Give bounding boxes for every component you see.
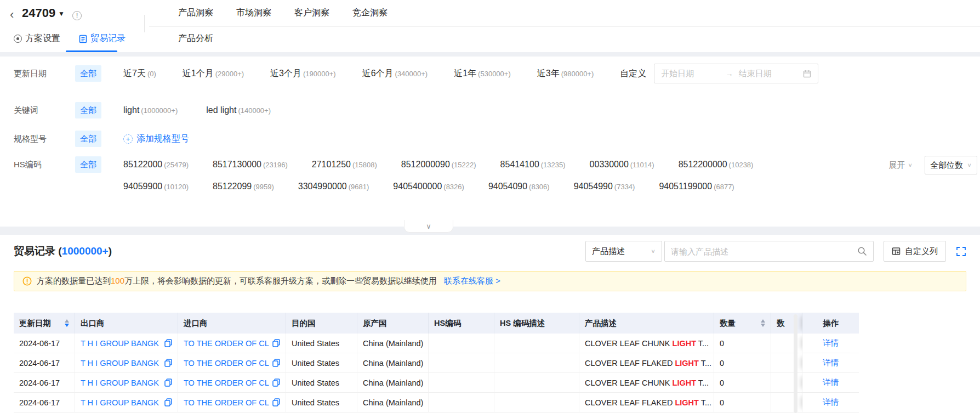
warning-icon (22, 276, 32, 286)
digits-select[interactable]: 全部位数 ∨ (925, 156, 977, 174)
sort-asc-icon[interactable] (65, 319, 69, 323)
col-update-date[interactable]: 更新日期 (14, 313, 75, 334)
col-quantity[interactable]: 数量 (714, 313, 771, 334)
custom-columns-button[interactable]: 自定义列 (884, 241, 946, 262)
hs-code-option[interactable]: 8512200000(10238) (679, 160, 754, 170)
trade-records-panel: 贸易记录 (1000000+) 产品描述 ∨ 自定义列 方案的数据量已达到100… (0, 235, 980, 418)
start-date-field[interactable]: 开始日期 (661, 69, 720, 79)
hs-code-option[interactable]: 85122000(25479) (123, 160, 189, 170)
cell-origin: China (Mainland) (357, 353, 429, 372)
hs-code-option[interactable]: 8512000090(15222) (401, 160, 476, 170)
exporter-link[interactable]: T H I GROUP BANGK (81, 398, 159, 407)
tab-customer-insight[interactable]: 客户洞察 (294, 7, 329, 19)
search-input[interactable] (671, 247, 857, 256)
cell-destination: United States (286, 353, 357, 372)
spec-all-chip[interactable]: 全部 (75, 131, 101, 147)
update-date-options: 近7天(0) 近1个月(29000+) 近3个月(190000+) 近6个月(3… (123, 68, 594, 80)
keyword-option[interactable]: light(1000000+) (123, 105, 178, 115)
hs-code-option[interactable]: 27101250(15808) (312, 160, 377, 170)
importer-link[interactable]: TO THE ORDER OF CL (184, 359, 269, 368)
plan-id[interactable]: 24709 (22, 6, 55, 20)
add-spec-button[interactable]: + 添加规格型号 (123, 133, 189, 145)
quota-alert: 方案的数据量已达到100万上限，将会影响数据的更新，可联系客服升级方案，或删除一… (14, 271, 966, 291)
copy-icon[interactable] (269, 359, 280, 367)
sort-control[interactable] (60, 319, 69, 327)
tab-market-insight[interactable]: 市场洞察 (236, 7, 271, 19)
sort-desc-icon[interactable] (761, 324, 765, 327)
sort-desc-icon[interactable] (65, 324, 69, 327)
tab-product-insight[interactable]: 产品洞察 (178, 7, 213, 19)
hs-code-option[interactable]: 94054090(8306) (488, 182, 550, 191)
exporter-link[interactable]: T H I GROUP BANGK (81, 379, 159, 387)
hs-code-option[interactable]: 9405400000(8326) (393, 182, 464, 191)
exporter-link[interactable]: T H I GROUP BANGK (81, 359, 159, 368)
hs-code-option[interactable]: 8517130000(23196) (213, 160, 288, 170)
end-date-field[interactable]: 结束日期 (739, 69, 798, 79)
hs-code-option[interactable]: 85414100(13235) (500, 160, 566, 170)
cell-exporter: T H I GROUP BANGK (75, 393, 178, 412)
back-icon[interactable]: ‹ (10, 9, 14, 21)
copy-icon[interactable] (161, 379, 172, 387)
tab-product-analysis[interactable]: 产品分析 (178, 33, 213, 44)
info-icon[interactable]: ! (72, 11, 82, 20)
update-date-all-chip[interactable]: 全部 (75, 65, 101, 82)
copy-icon[interactable] (269, 398, 280, 406)
sort-asc-icon[interactable] (761, 319, 765, 323)
detail-link[interactable]: 详情 (823, 338, 839, 348)
topbar: ‹ 24709 ▼ ! 产品洞察 市场洞察 客户洞察 竞企洞察 产品分析 方案设… (0, 0, 980, 52)
hs-code-option[interactable]: 94059900(10120) (123, 182, 189, 191)
table-scrollbar[interactable] (794, 314, 797, 413)
fullscreen-icon[interactable] (956, 246, 966, 257)
date-option[interactable]: 近1年(530000+) (454, 68, 511, 80)
expand-toggle[interactable]: 展开 ∨ (888, 160, 913, 171)
copy-icon[interactable] (269, 339, 280, 347)
importer-link[interactable]: TO THE ORDER OF CL (184, 398, 269, 407)
cell-actions: 详情 (802, 393, 859, 412)
copy-icon[interactable] (161, 339, 172, 347)
date-option[interactable]: 近7天(0) (123, 68, 156, 80)
exporter-link[interactable]: T H I GROUP BANGK (81, 339, 159, 348)
detail-link[interactable]: 详情 (823, 358, 839, 368)
add-spec-label: 添加规格型号 (136, 133, 189, 145)
col-product-desc: 产品描述 (579, 313, 714, 334)
hs-code-option[interactable]: 00330000(11014) (590, 160, 654, 170)
copy-icon[interactable] (161, 359, 172, 367)
importer-link[interactable]: TO THE ORDER OF CL (184, 379, 269, 387)
keyword-all-chip[interactable]: 全部 (75, 102, 101, 118)
hs-code-option[interactable]: 85122099(9959) (213, 182, 274, 191)
cell-truncated (771, 334, 802, 353)
date-option[interactable]: 近6个月(340000+) (362, 68, 428, 80)
hs-all-chip[interactable]: 全部 (75, 156, 101, 173)
plan-dropdown-caret-icon[interactable]: ▼ (58, 10, 65, 18)
cell-importer: TO THE ORDER OF CL (178, 334, 286, 353)
search-icon[interactable] (857, 246, 867, 256)
tab-competitor-insight[interactable]: 竞企洞察 (352, 7, 388, 19)
date-option[interactable]: 近1个月(29000+) (183, 68, 244, 80)
tab-plan-settings[interactable]: 方案设置 (14, 33, 60, 44)
records-table: 更新日期 出口商 进口商 目的国 原产国 HS编码 HS 编码描述 产品描述 数… (14, 313, 859, 413)
keyword-option[interactable]: led light(140000+) (206, 105, 271, 115)
custom-date-label: 自定义 (620, 68, 646, 80)
cell-hs-desc (494, 334, 579, 353)
search-field-select[interactable]: 产品描述 ∨ (585, 241, 662, 262)
copy-icon[interactable] (269, 379, 280, 387)
date-option[interactable]: 近3年(980000+) (537, 68, 594, 80)
copy-icon[interactable] (161, 398, 172, 406)
date-option[interactable]: 近3个月(190000+) (270, 68, 336, 80)
detail-link[interactable]: 详情 (823, 397, 839, 408)
date-range-picker[interactable]: 开始日期 → 结束日期 (654, 64, 818, 83)
hs-code-option[interactable]: 94054990(7334) (574, 182, 635, 191)
custom-columns-label: 自定义列 (905, 246, 938, 257)
collapse-filters-button[interactable]: ∨ (404, 220, 453, 233)
hs-code-option[interactable]: 3304990000(9681) (298, 182, 369, 191)
search-cluster: 产品描述 ∨ 自定义列 (585, 241, 966, 262)
cell-destination: United States (286, 393, 357, 412)
detail-link[interactable]: 详情 (823, 377, 839, 388)
tab-trade-records[interactable]: 贸易记录 (79, 33, 126, 44)
chevron-down-icon: ∨ (967, 162, 972, 168)
sort-control[interactable] (756, 319, 765, 327)
hs-code-option[interactable]: 94051199000(6877) (659, 182, 734, 191)
contact-support-link[interactable]: 联系在线客服 > (444, 276, 500, 286)
importer-link[interactable]: TO THE ORDER OF CL (184, 339, 269, 348)
filter-panel: 更新日期 全部 近7天(0) 近1个月(29000+) 近3个月(190000+… (0, 57, 980, 227)
